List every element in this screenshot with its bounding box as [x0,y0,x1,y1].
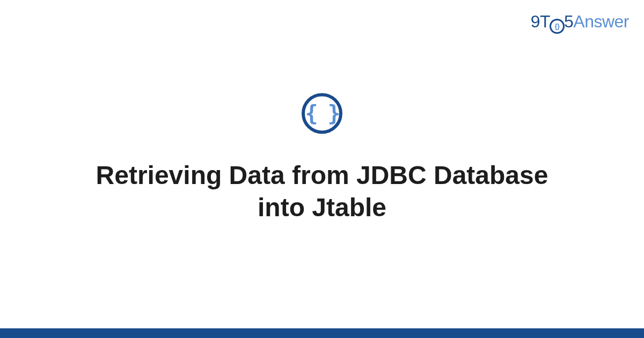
category-icon-circle: { } [302,93,342,134]
footer-accent-bar [0,328,644,338]
logo-text-5: 5 [564,12,573,31]
logo-clock-inner: {} [554,23,559,30]
logo-clock-icon: {} [550,19,565,34]
code-braces-icon: { } [305,102,339,124]
site-logo: 9T{}5Answer [531,12,629,33]
logo-text-answer: Answer [573,12,629,31]
logo-text-9t: 9T [531,12,550,31]
page-title: Retrieving Data from JDBC Database into … [80,159,564,224]
main-content: { } Retrieving Data from JDBC Database i… [0,93,644,224]
